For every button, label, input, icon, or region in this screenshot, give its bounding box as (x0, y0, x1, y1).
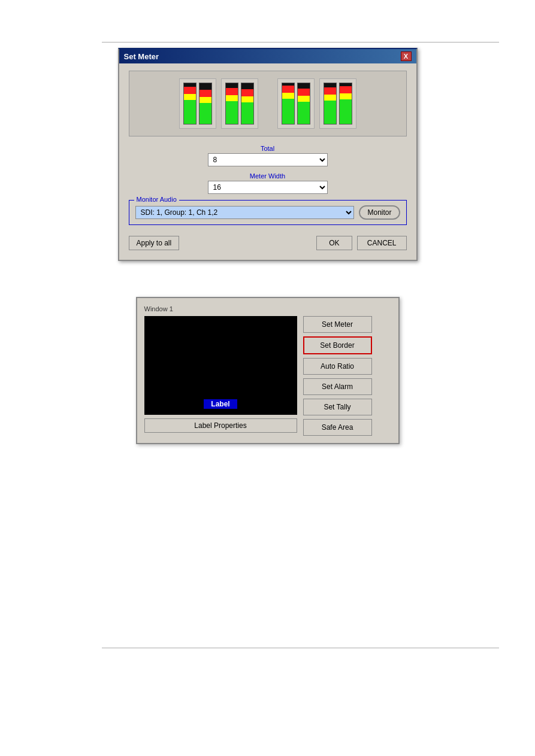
meter-green-7 (324, 101, 336, 124)
meter-green-8 (340, 99, 352, 124)
monitor-audio-row: SDI: 1, Group: 1, Ch 1,2 Monitor (135, 205, 400, 220)
meter-red-8 (340, 86, 352, 93)
meter-bar-3 (225, 83, 238, 125)
safe-area-button[interactable]: Safe Area (303, 419, 372, 436)
meter-yellow-3 (226, 95, 238, 101)
auto-ratio-button[interactable]: Auto Ratio (303, 358, 372, 375)
meter-bar-2 (199, 83, 212, 125)
dialog-body: Total 8 4 6 10 12 Meter Width 16 8 12 20… (119, 63, 416, 260)
page-container: Set Meter X (0, 0, 535, 756)
meter-group-1 (179, 78, 216, 129)
label-tag: Label (204, 399, 237, 409)
meter-green-3 (226, 101, 238, 124)
monitor-audio-label: Monitor Audio (134, 196, 179, 203)
ok-button[interactable]: OK (316, 236, 352, 250)
meter-green-6 (298, 102, 310, 124)
meter-gap (263, 78, 273, 129)
meter-bar-7 (324, 83, 337, 125)
meter-bar-1 (183, 83, 197, 125)
set-alarm-button[interactable]: Set Alarm (303, 378, 372, 395)
meter-red-6 (298, 89, 310, 96)
meter-yellow-8 (340, 93, 352, 99)
top-divider (102, 42, 499, 42)
meter-red-5 (282, 86, 294, 93)
black-preview: Label (144, 316, 297, 415)
apply-to-all-button[interactable]: Apply to all (129, 236, 180, 250)
meter-yellow-7 (324, 95, 336, 101)
meter-yellow-2 (200, 97, 211, 103)
meter-group-2 (221, 78, 258, 129)
meter-bar-8 (339, 83, 352, 125)
meter-red-7 (324, 87, 336, 95)
meter-red-2 (200, 90, 211, 97)
meter-red-4 (241, 89, 253, 96)
bottom-divider (102, 648, 499, 648)
meter-bar-4 (241, 83, 254, 125)
total-field-group: Total 8 4 6 10 12 (129, 145, 407, 166)
meter-green-1 (184, 100, 196, 124)
monitor-audio-section: Monitor Audio SDI: 1, Group: 1, Ch 1,2 M… (129, 200, 407, 225)
window1-title: Window 1 (144, 305, 391, 312)
meter-green-5 (282, 99, 294, 124)
meter-bar-5 (282, 83, 295, 125)
ok-cancel-group: OK CANCEL (316, 236, 407, 250)
preview-area: Label Label Properties (144, 316, 297, 436)
monitor-audio-select[interactable]: SDI: 1, Group: 1, Ch 1,2 (135, 206, 355, 219)
meter-yellow-4 (241, 96, 253, 102)
meter-group-3 (277, 78, 315, 129)
meter-group-4 (319, 78, 356, 129)
cancel-button[interactable]: CANCEL (357, 236, 407, 250)
meter-bar-6 (297, 83, 310, 125)
dialog-title: Set Meter (124, 52, 159, 61)
window1-buttons: Set Meter Set Border Auto Ratio Set Alar… (303, 316, 372, 436)
meter-green-2 (200, 103, 211, 124)
meters-area (129, 71, 407, 136)
window1-dialog: Window 1 Label Label Properties Set Mete… (136, 297, 400, 444)
meter-red-1 (184, 87, 196, 94)
total-label: Total (129, 145, 407, 152)
set-border-button[interactable]: Set Border (303, 336, 372, 354)
set-tally-button[interactable]: Set Tally (303, 399, 372, 415)
dialog-close-button[interactable]: X (401, 51, 412, 61)
meter-width-field-group: Meter Width 16 8 12 20 24 (129, 172, 407, 194)
meter-green-4 (241, 102, 253, 124)
window1-content: Label Label Properties Set Meter Set Bor… (144, 316, 391, 436)
monitor-button[interactable]: Monitor (359, 205, 400, 220)
total-select[interactable]: 8 4 6 10 12 (208, 153, 328, 166)
meter-yellow-5 (282, 93, 294, 99)
set-meter-button[interactable]: Set Meter (303, 316, 372, 333)
meter-yellow-6 (298, 96, 310, 102)
meter-width-select[interactable]: 16 8 12 20 24 (208, 181, 328, 194)
set-meter-dialog: Set Meter X (118, 48, 418, 261)
dialog-titlebar: Set Meter X (119, 49, 416, 63)
meter-yellow-1 (184, 94, 196, 100)
label-properties-button[interactable]: Label Properties (144, 418, 297, 433)
meter-red-3 (226, 88, 238, 95)
dialog-footer: Apply to all OK CANCEL (129, 233, 407, 250)
meter-width-label: Meter Width (129, 172, 407, 180)
